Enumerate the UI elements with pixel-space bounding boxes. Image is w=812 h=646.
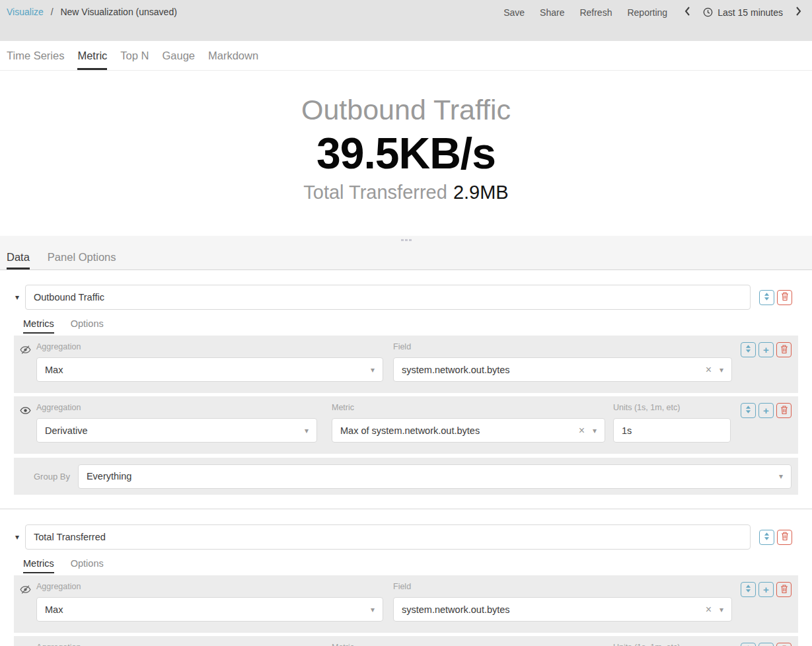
tab-time-series[interactable]: Time Series	[7, 41, 64, 70]
metric-secondary: Total Transferred2.9MB	[303, 180, 508, 205]
metric-reorder-button[interactable]	[741, 582, 756, 597]
field-select[interactable]: system.network.out.bytes × ▾	[393, 597, 732, 622]
tab-options[interactable]: Options	[71, 558, 104, 573]
trash-icon	[780, 585, 788, 595]
save-button[interactable]: Save	[503, 7, 525, 18]
metric-select[interactable]: Max of system.network.out.bytes × ▾	[332, 418, 605, 443]
metric-column: Metric ▾	[332, 643, 605, 646]
add-metric-button[interactable]: +	[758, 342, 774, 357]
editor-tabs: Data Panel Options	[0, 244, 812, 270]
clear-icon[interactable]: ×	[579, 425, 585, 436]
delete-metric-button[interactable]	[776, 643, 792, 646]
add-metric-button[interactable]: +	[758, 403, 774, 418]
metric-reorder-button[interactable]	[741, 403, 756, 418]
clear-icon[interactable]: ×	[706, 365, 712, 375]
add-metric-button[interactable]: +	[758, 582, 774, 597]
aggregation-select[interactable]: Max ▾	[36, 597, 383, 622]
series-buttons	[759, 530, 792, 545]
metric-reorder-button[interactable]	[741, 643, 756, 646]
tab-markdown[interactable]: Markdown	[208, 41, 258, 70]
app-header: Visualize / New Visualization (unsaved) …	[0, 0, 812, 41]
metric-label: Metric	[332, 643, 605, 646]
field-select[interactable]: system.network.out.bytes × ▾	[393, 357, 732, 382]
aggregation-row: Aggregation Max ▾ Field system.network.o…	[14, 336, 798, 393]
caret-down-icon: ▾	[371, 365, 375, 375]
aggregation-select-value: Derivative	[45, 425, 297, 436]
add-metric-button[interactable]: +	[758, 643, 774, 646]
series-delete-button[interactable]	[777, 530, 792, 545]
aggregation-select[interactable]: Max ▾	[36, 357, 383, 382]
plus-icon: +	[763, 406, 769, 415]
series-reorder-button[interactable]	[759, 290, 774, 305]
units-label: Units (1s, 1m, etc)	[613, 643, 731, 646]
series-collapse-caret-icon[interactable]: ▾	[9, 532, 25, 542]
series-buttons	[759, 290, 792, 305]
metric-secondary-value: 2.9MB	[453, 182, 509, 203]
series-editor: ▾ Metrics Options	[0, 270, 812, 646]
drag-handle-icon	[401, 239, 404, 241]
panel-resize-handle[interactable]	[0, 236, 812, 244]
aggregation-row: Aggregation Max ▾ Field system.network.o…	[14, 575, 798, 633]
aggregation-label: Aggregation	[36, 643, 317, 646]
breadcrumb-visualize-link[interactable]: Visualize	[7, 7, 44, 17]
caret-down-icon: ▾	[779, 472, 783, 481]
units-column: Units (1s, 1m, etc)	[613, 403, 731, 443]
refresh-button[interactable]: Refresh	[579, 7, 612, 18]
time-step-back-button[interactable]	[684, 6, 690, 18]
field-label: Field	[393, 582, 732, 591]
metric-primary-value: 39.5KB/s	[316, 127, 496, 180]
trash-icon	[780, 406, 788, 416]
delete-metric-button[interactable]	[776, 342, 792, 357]
breadcrumb: Visualize / New Visualization (unsaved)	[7, 6, 177, 17]
field-select-value: system.network.out.bytes	[402, 365, 698, 375]
tab-options[interactable]: Options	[71, 318, 104, 334]
aggregation-column: Aggregation Max ▾	[36, 582, 383, 622]
series-label-input[interactable]	[25, 524, 751, 550]
series-collapse-caret-icon[interactable]: ▾	[9, 293, 25, 302]
timepicker-label: Last 15 minutes	[718, 7, 783, 18]
aggregation-label: Aggregation	[36, 403, 317, 412]
drag-handle-icon	[405, 239, 408, 241]
delete-metric-button[interactable]	[776, 582, 792, 597]
caret-down-icon: ▾	[720, 365, 723, 375]
breadcrumb-current-page: New Visualization (unsaved)	[60, 7, 176, 17]
clock-icon	[703, 7, 713, 17]
metric-select-value: Max of system.network.out.bytes	[340, 425, 571, 436]
reporting-button[interactable]: Reporting	[627, 7, 667, 18]
metric-primary-label: Outbound Traffic	[301, 92, 511, 128]
field-column: Field system.network.out.bytes × ▾	[393, 582, 732, 622]
tab-metrics[interactable]: Metrics	[23, 558, 54, 573]
aggregation-row-buttons: +	[741, 643, 792, 646]
aggregation-select[interactable]: Derivative ▾	[36, 418, 317, 443]
tab-metrics[interactable]: Metrics	[23, 318, 54, 334]
series-header: ▾	[0, 285, 812, 310]
series-reorder-button[interactable]	[759, 530, 774, 545]
clear-icon[interactable]: ×	[706, 604, 712, 615]
series-delete-button[interactable]	[777, 290, 792, 305]
metric-column: Metric Max of system.network.out.bytes ×…	[332, 403, 605, 443]
series-label-input[interactable]	[25, 285, 751, 310]
share-button[interactable]: Share	[540, 7, 564, 18]
delete-metric-button[interactable]	[776, 403, 792, 418]
tab-panel-options[interactable]: Panel Options	[48, 248, 116, 269]
aggregation-label: Aggregation	[36, 342, 383, 351]
eye-slash-icon	[14, 342, 36, 355]
time-step-forward-button[interactable]	[795, 6, 801, 18]
trash-icon	[780, 345, 788, 355]
tab-metric[interactable]: Metric	[77, 41, 107, 70]
tab-gauge[interactable]: Gauge	[162, 41, 195, 70]
units-input[interactable]	[613, 418, 731, 443]
group-by-label: Group By	[34, 472, 70, 482]
tab-top-n[interactable]: Top N	[120, 41, 149, 70]
caret-down-icon: ▾	[593, 426, 597, 435]
metric-reorder-button[interactable]	[741, 342, 756, 357]
timepicker-button[interactable]: Last 15 minutes	[703, 7, 783, 18]
series-divider	[0, 509, 812, 509]
units-label: Units (1s, 1m, etc)	[613, 403, 731, 412]
group-by-select[interactable]: Everything ▾	[78, 464, 792, 489]
tab-data[interactable]: Data	[7, 248, 30, 269]
header-actions: Save Share Refresh Reporting	[503, 7, 667, 18]
tsvb-visual-builder: Visualize / New Visualization (unsaved) …	[0, 0, 812, 646]
caret-down-icon: ▾	[371, 605, 375, 614]
metric-label: Metric	[332, 403, 605, 412]
